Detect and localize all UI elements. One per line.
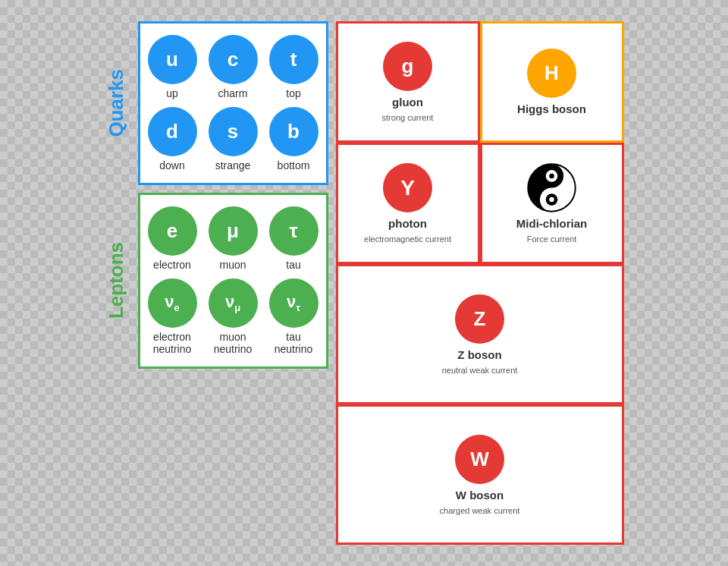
lepton-electron-neutrino: νe electronneutrino xyxy=(148,278,197,355)
higgs-name: Higgs boson xyxy=(517,102,586,115)
quarks-grid: u up c charm t top xyxy=(138,21,328,185)
photon-cell: Υ photon electromagnetic current xyxy=(336,143,480,264)
lepton-muon: μ muon xyxy=(209,206,258,271)
gluon-symbol: g xyxy=(402,55,414,78)
photon-circle: Υ xyxy=(383,163,432,212)
photon-symbol: Υ xyxy=(400,176,415,200)
zboson-circle: Z xyxy=(455,294,504,344)
higgs-symbol: H xyxy=(544,61,559,85)
neutrino-tau-symbol: ντ xyxy=(287,293,300,314)
photon-name: photon xyxy=(388,217,427,230)
quark-down-symbol: d xyxy=(166,120,178,143)
quarks-label: Quarks xyxy=(105,69,132,137)
lepton-tau-neutrino-name: tauneutrino xyxy=(275,331,313,355)
wboson-circle: W xyxy=(455,435,504,484)
gluon-desc: strong current xyxy=(382,113,434,122)
leptons-label: Leptons xyxy=(105,242,132,319)
zboson-name: Z boson xyxy=(457,348,501,361)
lepton-tau-name: tau xyxy=(286,259,300,271)
main-container: Quarks u up c charm t xyxy=(97,14,632,552)
right-column: g gluon strong current H Higgs boson Υ p… xyxy=(336,21,624,545)
lepton-muon-neutrino: νμ muonneutrino xyxy=(209,278,258,355)
quark-down: d down xyxy=(148,107,197,171)
quark-charm-circle: c xyxy=(209,35,258,84)
leptons-section: Leptons e electron μ muon τ xyxy=(105,193,328,369)
quark-up-symbol: u xyxy=(166,48,178,71)
lepton-tau-symbol: τ xyxy=(289,219,298,243)
wboson-desc: charged weak current xyxy=(440,506,520,515)
midichlorian-name: Midi-chlorian xyxy=(516,217,587,230)
higgs-circle: H xyxy=(527,49,576,98)
svg-point-4 xyxy=(549,197,554,203)
neutrino-mu-symbol: νμ xyxy=(225,293,240,314)
boson-row-2: Υ photon electromagnetic current xyxy=(336,143,624,264)
quark-down-circle: d xyxy=(148,107,197,156)
boson-row-1: g gluon strong current H Higgs boson xyxy=(336,21,624,143)
gluon-cell: g gluon strong current xyxy=(336,21,480,143)
quark-bottom-symbol: b xyxy=(287,120,300,143)
boson-row-3: Z Z boson neutral weak current xyxy=(336,264,624,404)
wboson-cell: W W boson charged weak current xyxy=(336,404,624,545)
boson-row-4: W W boson charged weak current xyxy=(336,404,624,545)
lepton-muon-circle: μ xyxy=(209,206,258,256)
quark-strange: s strange xyxy=(209,107,258,171)
lepton-muon-neutrino-circle: νμ xyxy=(209,278,258,328)
quark-bottom: b bottom xyxy=(269,107,318,171)
zboson-desc: neutral weak current xyxy=(442,366,518,375)
midichlorian-desc: Force current xyxy=(527,234,576,244)
quark-bottom-name: bottom xyxy=(278,159,310,171)
lepton-electron-symbol: e xyxy=(167,219,177,243)
lepton-electron-name: electron xyxy=(153,259,191,271)
wboson-symbol: W xyxy=(470,448,489,471)
zboson-cell: Z Z boson neutral weak current xyxy=(336,264,624,404)
quark-strange-symbol: s xyxy=(228,120,238,143)
quark-bottom-circle: b xyxy=(269,107,318,156)
wboson-name: W boson xyxy=(456,489,504,502)
quark-charm: c charm xyxy=(209,35,258,99)
quark-up-name: up xyxy=(166,87,178,99)
lepton-electron-circle: e xyxy=(148,206,197,256)
quark-top-name: top xyxy=(286,87,300,99)
higgs-cell: H Higgs boson xyxy=(480,21,624,143)
quark-top: t top xyxy=(269,35,318,99)
quark-charm-symbol: c xyxy=(228,48,238,71)
lepton-electron-neutrino-circle: νe xyxy=(148,278,197,328)
gluon-name: gluon xyxy=(392,96,423,108)
yin-yang-icon xyxy=(527,163,576,212)
lepton-muon-name: muon xyxy=(219,259,246,271)
photon-desc: electromagnetic current xyxy=(364,234,451,244)
lepton-tau: τ tau xyxy=(269,206,318,271)
quark-up-circle: u xyxy=(148,35,197,84)
quark-top-symbol: t xyxy=(290,48,297,71)
lepton-muon-symbol: μ xyxy=(227,219,239,243)
lepton-tau-circle: τ xyxy=(269,206,318,256)
lepton-tau-neutrino: ντ tauneutrino xyxy=(269,278,318,355)
svg-point-3 xyxy=(549,174,554,179)
left-column: Quarks u up c charm t xyxy=(105,21,328,545)
quark-strange-name: strange xyxy=(215,159,251,171)
quark-down-name: down xyxy=(159,159,184,171)
leptons-grid: e electron μ muon τ tau xyxy=(138,193,328,369)
lepton-electron-neutrino-name: electronneutrino xyxy=(153,331,192,355)
lepton-tau-neutrino-circle: ντ xyxy=(269,278,318,328)
lepton-muon-neutrino-name: muonneutrino xyxy=(214,331,253,355)
lepton-electron: e electron xyxy=(148,206,197,271)
midichlorian-cell: Midi-chlorian Force current xyxy=(480,143,624,264)
quark-top-circle: t xyxy=(269,35,318,84)
quark-strange-circle: s xyxy=(209,107,258,156)
quark-up: u up xyxy=(148,35,197,99)
neutrino-e-symbol: νe xyxy=(165,293,179,314)
gluon-circle: g xyxy=(383,42,432,91)
quark-charm-name: charm xyxy=(218,87,248,99)
quarks-section: Quarks u up c charm t xyxy=(105,21,328,185)
zboson-symbol: Z xyxy=(474,307,486,331)
